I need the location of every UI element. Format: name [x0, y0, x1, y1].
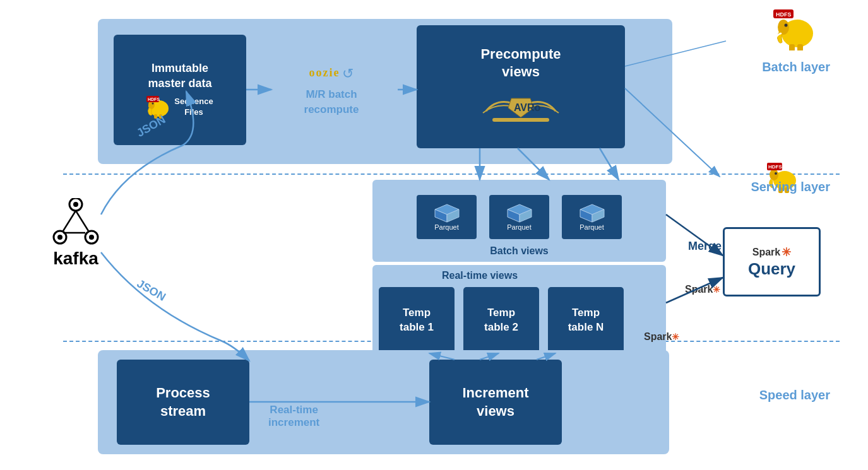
kafka-label: kafka [53, 249, 98, 269]
parquet-icon-3 [579, 203, 605, 223]
temp-table-1: Temptable 1 [379, 287, 455, 353]
svg-text:HDFS: HDFS [776, 11, 792, 18]
svg-point-21 [770, 169, 778, 180]
master-data-title: Immutablemaster data [148, 61, 211, 91]
increment-views-box: Incrementviews [429, 360, 562, 445]
batch-serving-divider [63, 173, 840, 175]
realtime-increment-label: Real-timeincrement [268, 404, 319, 429]
svg-text:HDFS: HDFS [148, 97, 160, 102]
parquet-box-1: Parquet [417, 195, 477, 239]
parquet-label-3: Parquet [580, 223, 604, 231]
process-stream-label: Processstream [156, 384, 210, 420]
parquet-icon-1 [434, 203, 460, 223]
kafka-icon [51, 198, 101, 249]
svg-line-42 [63, 211, 76, 231]
diagram-container: Batch layer HDFS Immutablemaster data [0, 0, 868, 470]
svg-point-22 [775, 172, 777, 175]
parquet-icon-2 [506, 203, 533, 223]
precompute-title: Precomputeviews [480, 45, 561, 81]
process-stream-box: Processstream [117, 360, 249, 445]
oozie-label: oozie [309, 66, 340, 79]
temp-table-2: Temptable 2 [463, 287, 539, 353]
sequence-files-label: SequenceFiles [174, 97, 213, 118]
svg-rect-5 [797, 44, 803, 50]
avro-logo: AVRo [480, 89, 562, 129]
hadoop-elephant-icon: HDFS [773, 9, 817, 58]
parquet-box-3: Parquet [562, 195, 622, 239]
speed-layer-label: Speed layer [759, 388, 830, 402]
batch-views-bg: Parquet Parquet Parquet Batch views [372, 180, 666, 262]
master-data-box: Immutablemaster data HDFS SequenceFiles [114, 35, 246, 145]
json-label-bottom: JSON [134, 277, 168, 304]
spark-speed-badge: Spark✳ [644, 331, 679, 343]
parquet-row: Parquet Parquet Parquet [417, 195, 622, 239]
precompute-views-box: Precomputeviews AVRo [417, 25, 625, 148]
batch-layer-label: Batch layer [762, 60, 830, 74]
svg-point-41 [89, 235, 94, 240]
svg-rect-18 [492, 118, 549, 122]
merge-label: Merge [688, 240, 722, 253]
query-label: Query [748, 259, 795, 279]
kafka-area: kafka [19, 177, 133, 290]
parquet-label-1: Parquet [434, 223, 459, 231]
spark-query-box: Spark ✳ Query [723, 227, 821, 297]
spark-merge-badge: Spark✳ [685, 284, 720, 295]
oozie-refresh-icon: ↺ [342, 66, 354, 82]
svg-rect-4 [789, 44, 795, 50]
increment-views-label: Incrementviews [462, 384, 528, 420]
parquet-label-2: Parquet [507, 223, 532, 231]
temp-tables-row: Temptable 1 Temptable 2 Temptable N [379, 287, 624, 353]
batch-views-label: Batch views [490, 245, 548, 257]
mr-batch-label: M/R batchrecompute [304, 87, 359, 117]
temp-table-n: Temptable N [548, 287, 624, 353]
svg-text:HDFS: HDFS [768, 164, 782, 170]
realtime-views-label: Real-time views [442, 270, 518, 281]
parquet-box-2: Parquet [489, 195, 549, 239]
svg-text:AVRo: AVRo [514, 102, 541, 113]
svg-point-11 [152, 102, 154, 104]
svg-point-37 [73, 202, 78, 207]
svg-point-3 [785, 24, 788, 27]
svg-line-43 [76, 211, 88, 231]
svg-point-39 [57, 235, 62, 240]
mr-batch-area: oozie ↺ M/R batchrecompute [265, 38, 398, 145]
spark-label-in-query: Spark ✳ [752, 245, 791, 259]
serving-layer-label: Serving layer [751, 180, 830, 194]
